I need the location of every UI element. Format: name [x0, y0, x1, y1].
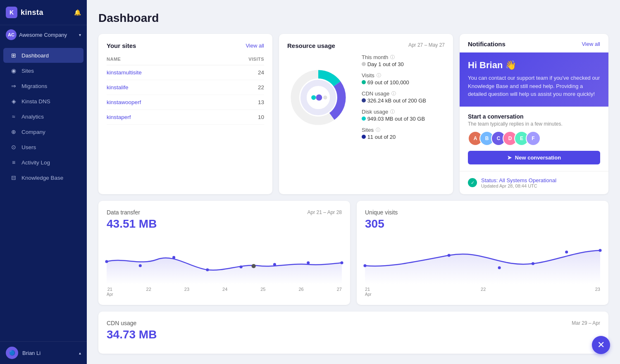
cdn-info-icon[interactable]: ⓘ: [391, 90, 396, 97]
data-transfer-header: Data transfer Apr 21 – Apr 28: [107, 209, 342, 216]
site-visits-0: 24: [258, 69, 264, 76]
visits-value: 69 out of 100,000: [362, 79, 445, 86]
disk-info-icon[interactable]: ⓘ: [390, 109, 395, 115]
chart-label-4: 25: [260, 287, 265, 297]
analytics-icon: ≈: [10, 113, 17, 120]
svg-point-9: [172, 256, 175, 259]
charts-row: Data transfer Apr 21 – Apr 28 43.51 MB: [98, 201, 608, 305]
notifications-header: Notifications View all: [460, 34, 608, 52]
user-name: Brian Li: [22, 350, 75, 356]
this-month-label: This month ⓘ: [362, 54, 445, 60]
svg-point-16: [363, 264, 366, 267]
sidebar-item-label-sites: Sites: [21, 68, 34, 74]
status-label: Status: All Systems Operational: [481, 177, 556, 183]
sidebar-item-label-kinsta-dns: Kinsta DNS: [21, 98, 50, 105]
cdn-row: CDN usage Mar 29 – Apr 34.73 MB: [98, 312, 608, 354]
sidebar-item-label-activity-log: Activity Log: [21, 159, 50, 166]
svg-point-12: [273, 263, 276, 266]
dns-icon: ◈: [10, 98, 17, 105]
new-conversation-button[interactable]: ➤ New conversation: [468, 151, 600, 164]
chart-label-1: 22: [146, 287, 151, 297]
cdn-usage-title: CDN usage: [107, 320, 136, 326]
company-icon: ⊕: [10, 128, 17, 135]
sidebar-item-kinsta-dns[interactable]: ◈ Kinsta DNS: [3, 94, 83, 109]
sites-info-icon[interactable]: ⓘ: [376, 127, 380, 133]
site-name-3[interactable]: kinstaperf: [107, 114, 131, 120]
sidebar-item-company[interactable]: ⊕ Company: [3, 124, 83, 139]
svg-point-21: [599, 249, 601, 252]
sidebar-item-label-migrations: Migrations: [21, 83, 47, 89]
sidebar-item-dashboard[interactable]: ⊞ Dashboard: [3, 48, 83, 63]
data-transfer-value: 43.51 MB: [107, 217, 342, 231]
knowledge-base-icon: ⊟: [10, 174, 17, 181]
site-name-1[interactable]: kinstalife: [107, 84, 129, 90]
user-menu-chevron-icon[interactable]: ▴: [79, 351, 81, 355]
notifications-title: Notifications: [468, 40, 506, 48]
sites-value: 11 out of 20: [362, 134, 445, 140]
resource-usage-header: Resource usage Apr 27 – May 27: [287, 42, 445, 49]
your-sites-card: Your sites View all NAME VISITS kinstamu…: [98, 34, 272, 194]
resource-donut-chart: [287, 67, 353, 133]
company-name: Awesome Company: [19, 32, 76, 38]
main-content: Dashboard Your sites View all NAME VISIT…: [87, 0, 620, 364]
site-name-0[interactable]: kinstamultisite: [107, 69, 142, 76]
sites-icon: ◉: [10, 67, 17, 74]
sidebar-item-knowledge-base[interactable]: ⊟ Knowledge Base: [3, 170, 83, 185]
sidebar-item-activity-log[interactable]: ≡ Activity Log: [3, 155, 83, 170]
sites-stat: Sites ⓘ 11 out of 20: [362, 127, 445, 140]
notifications-greeting: Hi Brian 👋: [468, 60, 600, 71]
send-icon: ➤: [507, 155, 512, 161]
unique-visits-chart: [365, 235, 600, 284]
users-icon: ⊙: [10, 144, 17, 150]
svg-point-14: [340, 261, 343, 264]
resource-usage-body: This month ⓘ Day 1 out of 30 Visits ⓘ: [287, 54, 445, 145]
this-month-info-icon[interactable]: ⓘ: [390, 54, 395, 60]
svg-point-13: [307, 261, 310, 264]
notifications-message: You can contact our support team if you'…: [468, 74, 600, 98]
user-initials: 🔵: [9, 350, 15, 356]
svg-point-15: [252, 264, 256, 268]
unique-visits-chart-labels: 21Apr 22 23: [365, 284, 600, 297]
resource-usage-card: Resource usage Apr 27 – May 27: [279, 34, 453, 194]
svg-point-7: [105, 260, 108, 263]
cdn-usage-value: 34.73 MB: [107, 328, 600, 341]
user-avatar: 🔵: [6, 347, 18, 359]
notifications-view-all[interactable]: View all: [582, 41, 600, 47]
sites-col-visits-header: VISITS: [248, 57, 264, 62]
unique-visits-title: Unique visits: [365, 209, 398, 216]
your-sites-view-all[interactable]: View all: [246, 43, 264, 49]
kinsta-logo-text: kinsta: [21, 8, 43, 17]
notification-bell-icon[interactable]: 🔔: [74, 9, 81, 16]
disk-value: 949.03 MB out of 30 GB: [362, 116, 445, 122]
sidebar-item-sites[interactable]: ◉ Sites: [3, 63, 83, 78]
visits-info-icon[interactable]: ⓘ: [377, 72, 381, 79]
float-close-button[interactable]: ✕: [592, 336, 610, 354]
system-status: ✓ Status: All Systems Operational Update…: [460, 171, 608, 194]
visits-label: Visits ⓘ: [362, 72, 445, 79]
notifications-banner: Hi Brian 👋 You can contact our support t…: [460, 52, 608, 107]
sidebar-item-migrations[interactable]: ⇒ Migrations: [3, 79, 83, 93]
company-selector[interactable]: AC Awesome Company ▾: [0, 25, 87, 44]
cdn-value: 326.24 kB out of 200 GB: [362, 98, 445, 104]
data-transfer-card: Data transfer Apr 21 – Apr 28 43.51 MB: [98, 201, 350, 305]
svg-point-5: [316, 95, 322, 101]
sidebar-item-users[interactable]: ⊙ Users: [3, 140, 83, 155]
svg-point-6: [323, 95, 327, 99]
sidebar-header: K kinsta 🔔: [0, 0, 87, 25]
sidebar-item-label-dashboard: Dashboard: [21, 52, 49, 59]
chart-label-6: 27: [337, 287, 342, 297]
sites-table: NAME VISITS kinstamultisite 24 kinstalif…: [107, 55, 264, 125]
your-sites-card-header: Your sites View all: [107, 42, 264, 49]
kinsta-logo: K kinsta: [6, 7, 43, 18]
cdn-stat: CDN usage ⓘ 326.24 kB out of 200 GB: [362, 90, 445, 104]
your-sites-title: Your sites: [107, 42, 136, 49]
sidebar-item-analytics[interactable]: ≈ Analytics: [3, 109, 83, 124]
status-updated: Updated Apr 28, 08:44 UTC: [481, 183, 556, 188]
svg-point-17: [448, 254, 451, 257]
site-name-2[interactable]: kinstawooperf: [107, 99, 141, 105]
table-row: kinstaperf 10: [107, 110, 264, 125]
company-chevron-icon: ▾: [79, 33, 81, 37]
support-avatars: A B C D E F: [468, 131, 600, 146]
svg-point-11: [240, 265, 243, 268]
start-conversation-section: Start a conversation The team typically …: [460, 107, 608, 171]
